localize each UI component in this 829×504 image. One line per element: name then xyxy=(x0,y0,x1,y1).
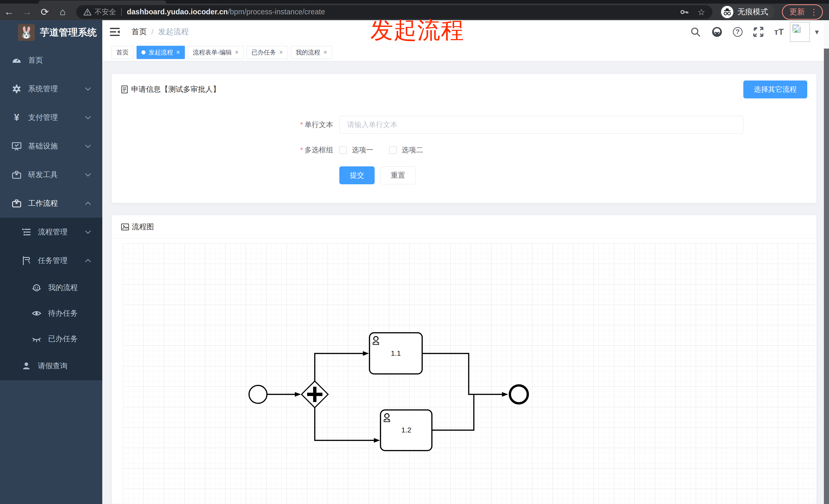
close-icon[interactable]: × xyxy=(176,48,180,56)
flag-icon xyxy=(22,256,31,266)
single-line-text-input[interactable] xyxy=(339,116,743,134)
start-event[interactable] xyxy=(249,385,267,403)
bookmark-star-icon[interactable]: ☆ xyxy=(697,7,705,17)
tag-create-process[interactable]: 发起流程 × xyxy=(137,46,185,59)
security-chip[interactable]: 不安全 xyxy=(83,7,116,17)
help-icon[interactable]: ? xyxy=(733,27,743,37)
sidebar-item-infra[interactable]: 基础设施 xyxy=(0,132,102,160)
sidebar-item-devtools[interactable]: 研发工具 xyxy=(0,160,102,189)
sidebar-item-label: 系统管理 xyxy=(28,84,58,94)
screen: ← → ⟳ ⌂ 不安全 dashboard.yudao.iocoder.cn/b… xyxy=(0,0,829,504)
back-button[interactable]: ← xyxy=(0,5,18,19)
parallel-gateway[interactable] xyxy=(301,381,328,408)
tags-view: 首页 发起流程 × 流程表单-编辑 × 已办任务 × 我的流程 × xyxy=(102,43,829,61)
github-icon[interactable] xyxy=(711,26,723,38)
chevron-down-icon xyxy=(85,230,91,234)
sidebar-item-todo-tasks[interactable]: 待办任务 xyxy=(0,301,102,326)
required-mark: * xyxy=(300,121,303,128)
sidebar-item-task-mgmt[interactable]: 任务管理 xyxy=(0,246,102,275)
checkbox-box-icon[interactable] xyxy=(339,147,347,154)
tag-label: 我的流程 xyxy=(296,48,320,56)
browser-active-tab[interactable] xyxy=(38,1,166,4)
close-icon[interactable]: × xyxy=(279,48,283,56)
fullscreen-icon[interactable] xyxy=(753,26,764,38)
logo-image: 🐰 xyxy=(18,24,35,41)
browser-menu-icon[interactable]: ⋮ xyxy=(810,7,818,17)
reset-button[interactable]: 重置 xyxy=(380,166,416,184)
warning-icon xyxy=(83,8,92,15)
sidebar-item-label: 基础设施 xyxy=(28,141,58,151)
font-size-icon[interactable]: тT xyxy=(774,27,784,37)
user-task-1[interactable]: 1.1 xyxy=(369,333,422,374)
chevron-up-icon xyxy=(85,201,91,205)
sidebar-item-label: 支付管理 xyxy=(28,112,58,123)
toolbox-icon xyxy=(12,199,22,208)
checkbox-option-2[interactable]: 选项二 xyxy=(389,145,423,155)
apply-info-title: 申请信息【测试多审批人】 xyxy=(131,84,220,94)
password-key-icon[interactable] xyxy=(680,7,689,16)
checkbox-option-1[interactable]: 选项一 xyxy=(339,145,373,155)
user-icon xyxy=(22,361,31,371)
tag-my-process[interactable]: 我的流程 × xyxy=(291,46,332,59)
sidebar-item-label: 流程管理 xyxy=(38,227,68,237)
home-button[interactable]: ⌂ xyxy=(54,5,72,19)
text-field-label: *单行文本 xyxy=(112,120,339,129)
scrollbar-thumb[interactable] xyxy=(824,48,829,504)
tree-list-icon xyxy=(22,227,31,237)
sidebar: 🐰 芋道管理系统 首页 系统管理 ¥ 支付管理 xyxy=(0,20,102,504)
chrome-update-button[interactable]: 更新 ⋮ xyxy=(782,4,823,20)
user-task-2[interactable]: 1.2 xyxy=(381,410,432,451)
sidebar-item-done-tasks[interactable]: 已办任务 xyxy=(0,326,102,352)
avatar[interactable] xyxy=(790,22,810,42)
face-icon xyxy=(32,283,41,293)
sidebar-item-payment[interactable]: ¥ 支付管理 xyxy=(0,103,102,132)
document-icon xyxy=(121,85,129,93)
sidebar-collapse-icon[interactable] xyxy=(110,28,120,36)
avatar-dropdown-caret-icon[interactable]: ▾ xyxy=(815,27,819,36)
chevron-up-icon xyxy=(85,259,91,263)
tag-label: 发起流程 xyxy=(149,48,173,56)
close-icon[interactable]: × xyxy=(235,48,239,56)
apply-info-card: 申请信息【测试多审批人】 选择其它流程 *单行文本 *多选框组 xyxy=(111,74,817,203)
sidebar-item-label: 我的流程 xyxy=(48,283,78,293)
sidebar-item-label: 待办任务 xyxy=(48,308,78,318)
sidebar-item-system[interactable]: 系统管理 xyxy=(0,75,102,103)
tag-label: 首页 xyxy=(116,48,129,56)
gear-icon xyxy=(12,84,22,94)
app-logo-row[interactable]: 🐰 芋道管理系统 xyxy=(0,20,102,45)
broken-image-icon xyxy=(792,24,801,33)
workflow-submenu: 流程管理 任务管理 我的流程 xyxy=(0,218,102,380)
close-icon[interactable]: × xyxy=(323,48,327,56)
active-dot-icon xyxy=(141,50,145,54)
chevron-down-icon xyxy=(85,173,91,177)
tag-home[interactable]: 首页 xyxy=(111,46,134,59)
main-area: 首页 / 发起流程 ? тT ▾ xyxy=(102,20,829,504)
tag-form-edit[interactable]: 流程表单-编辑 × xyxy=(188,46,244,59)
reload-button[interactable]: ⟳ xyxy=(36,5,54,19)
search-icon[interactable] xyxy=(690,26,701,38)
breadcrumb: 首页 / 发起流程 xyxy=(132,27,189,37)
sidebar-item-label: 请假查询 xyxy=(38,361,68,371)
sidebar-item-workflow[interactable]: 工作流程 xyxy=(0,189,102,218)
breadcrumb-home[interactable]: 首页 xyxy=(132,27,147,37)
sidebar-item-my-process[interactable]: 我的流程 xyxy=(0,275,102,301)
sidebar-item-process-mgmt[interactable]: 流程管理 xyxy=(0,218,102,246)
sidebar-item-home[interactable]: 首页 xyxy=(0,46,102,75)
checkbox-box-icon[interactable] xyxy=(389,147,397,154)
chevron-down-icon xyxy=(85,87,91,91)
bpmn-canvas[interactable]: 1.1 1.2 xyxy=(123,243,816,504)
forward-button[interactable]: → xyxy=(18,5,36,19)
sidebar-item-label: 工作流程 xyxy=(28,198,58,208)
chevron-down-icon xyxy=(85,116,91,120)
end-event[interactable] xyxy=(510,385,528,403)
sidebar-item-label: 研发工具 xyxy=(28,170,58,180)
tag-done-tasks[interactable]: 已办任务 × xyxy=(247,46,288,59)
sidebar-item-label: 任务管理 xyxy=(38,256,68,266)
chevron-down-icon xyxy=(85,144,91,148)
flow-diagram-header: 流程图 xyxy=(112,215,817,238)
select-other-process-button[interactable]: 选择其它流程 xyxy=(743,80,807,99)
submit-button[interactable]: 提交 xyxy=(339,166,374,184)
annotation-overlay: 发起流程 xyxy=(370,15,464,46)
sidebar-item-leave-query[interactable]: 请假查询 xyxy=(0,352,102,380)
page-content: 申请信息【测试多审批人】 选择其它流程 *单行文本 *多选框组 xyxy=(102,61,829,504)
